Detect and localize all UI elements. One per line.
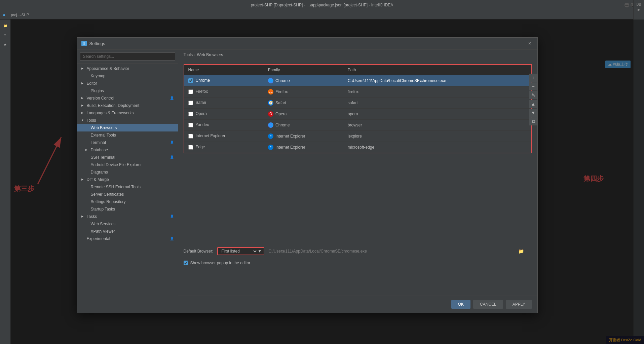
sidebar-item-keymap[interactable]: Keymap [77,72,178,80]
browser-checkbox[interactable] [188,78,193,83]
show-popup-label: Show browser popup in the editor [190,261,251,265]
sidebar-item-terminal[interactable]: Terminal👤 [77,139,178,146]
tree-arrow-icon: ▼ [81,119,85,122]
breadcrumb-root: Tools [184,52,193,57]
sidebar-item-remote-ssh-external-tools[interactable]: Remote SSH External Tools [77,183,178,191]
sidebar-item-diagrams[interactable]: Diagrams [77,168,178,176]
tree-item-label: Terminal [91,140,168,145]
remove-browser-button[interactable]: − [529,82,537,90]
sidebar-item-server-certificates[interactable]: Server Certificates [77,191,178,198]
tree-item-label: Version Control [87,96,168,101]
tree-arrow-icon: ▶ [81,97,85,100]
right-panel-icon-2[interactable]: ▶ [638,8,640,11]
table-row[interactable]: Internet ExplorereInternet Exploreriexpl… [184,130,532,142]
structure-icon[interactable]: ≡ [2,32,9,38]
tree-item-label: Keymap [91,74,174,78]
sidebar-item-languages-&-frameworks[interactable]: ▶Languages & Frameworks [77,109,178,117]
default-browser-label: Default Browser: [184,249,214,254]
dialog-body: ▶Appearance & BehaviorKeymap▶EditorPlugi… [77,50,537,313]
table-row[interactable]: Chrome🌐ChromeC:\Users\111\AppData\Local\… [184,75,532,86]
sidebar-item-experimental[interactable]: Experimental👤 [77,235,178,242]
browser-family-cell: OOpera [264,108,344,119]
sidebar-item-external-tools[interactable]: External Tools [77,131,178,139]
content-area: Name Family Path Chrome🌐ChromeC:\Users\1… [178,60,537,296]
project-icon[interactable]: 📁 [2,22,9,29]
edit-browser-button[interactable]: ✎ [529,91,537,99]
sidebar-item-editor[interactable]: ▶Editor [77,80,178,87]
tree-item-label: Diagrams [91,170,174,175]
browser-checkbox[interactable] [188,145,193,150]
browser-path-cell: safari [344,97,532,108]
chrome-icon: 🌐 [268,78,273,83]
show-popup-checkbox[interactable] [184,261,188,265]
sidebar-item-appearance-&-behavior[interactable]: ▶Appearance & Behavior [77,65,178,72]
dialog-footer: OK CANCEL APPLY [178,296,537,313]
browse-folder-button[interactable]: 📁 [518,249,524,254]
browser-family-cell: 🌐Chrome [264,75,344,86]
table-row[interactable]: Safari🧭Safarisafari [184,97,532,108]
tree-item-label: Server Certificates [91,192,174,197]
sidebar-item-startup-tasks[interactable]: Startup Tasks [77,205,178,213]
table-row[interactable]: Yandex🌐Chromebrowser [184,119,532,130]
table-actions: + − ✎ ▲ ▼ ⧉ [529,74,537,125]
browser-checkbox[interactable] [188,123,193,127]
tree-arrow-icon: ▶ [81,82,85,85]
tree-arrow-icon: ▶ [81,104,85,107]
sidebar-item-database[interactable]: ▶Database [77,146,178,154]
ok-button[interactable]: OK [451,300,470,309]
settings-search-input[interactable] [80,52,175,61]
table-row[interactable]: EdgeeInternet Explorermicrosoft-edge [184,142,532,153]
table-row[interactable]: OperaOOperaopera [184,108,532,119]
minimize-button[interactable]: ─ [624,3,629,7]
tree-item-label: Settings Repository [91,199,174,204]
browser-name-cell: Chrome [184,75,264,86]
browser-checkbox[interactable] [188,101,193,105]
col-path: Path [344,65,532,75]
dialog-close-button[interactable]: × [526,40,533,47]
sidebar-item-ssh-terminal[interactable]: SSH Terminal👤 [77,154,178,161]
tree-item-label: Remote SSH External Tools [91,185,174,189]
sidebar-item-diff-&-merge[interactable]: ▶Diff & Merge [77,176,178,183]
sidebar-item-tasks[interactable]: ▶Tasks👤 [77,213,178,220]
col-name: Name [184,65,264,75]
sidebar-item-android-device-file-explorer[interactable]: Android Device File Explorer [77,161,178,168]
sidebar-item-settings-repository[interactable]: Settings Repository [77,198,178,205]
move-down-button[interactable]: ▼ [529,109,537,117]
tree-item-icon-right: 👤 [170,141,174,144]
tree-arrow-icon: ▶ [81,67,85,70]
default-browser-select[interactable]: First listedChromeFirefoxSafari [220,249,258,254]
apply-button[interactable]: APPLY [506,300,532,309]
tree-item-label: Tasks [87,214,168,219]
move-up-button[interactable]: ▲ [529,100,537,108]
browser-table: Name Family Path Chrome🌐ChromeC:\Users\1… [184,64,532,153]
copy-button[interactable]: ⧉ [529,117,537,125]
right-panel-icon-1[interactable]: DB [637,3,641,6]
default-browser-select-wrapper: First listedChromeFirefoxSafari ▼ [217,247,264,255]
sidebar-item-build,-execution,-deployment[interactable]: ▶Build, Execution, Deployment [77,102,178,109]
browser-checkbox[interactable] [188,134,193,139]
opera-icon: O [268,111,273,117]
settings-icon: ⚙ [81,41,87,46]
tree-item-icon-right: 👤 [170,155,174,159]
favorites-icon[interactable]: ★ [2,41,9,48]
dialog-title: Settings [89,41,526,46]
sidebar-item-tools[interactable]: ▼Tools [77,117,178,124]
table-row[interactable]: Firefox🦊Firefoxfirefox [184,86,532,97]
add-browser-button[interactable]: + [529,74,537,82]
browser-path-cell: C:\Users\111\AppData\Local\ChromeSE\chro… [344,75,532,86]
sidebar-item-plugins[interactable]: Plugins [77,87,178,94]
sidebar-item-version-control[interactable]: ▶Version Control👤 [77,94,178,102]
ie-icon: e [268,133,273,139]
sidebar-item-web-services[interactable]: Web Services [77,220,178,228]
settings-tree: ▶Appearance & BehaviorKeymap▶EditorPlugi… [77,64,178,313]
browser-checkbox[interactable] [188,89,193,94]
tree-item-label: Diff & Merge [87,177,174,182]
browser-checkbox[interactable] [188,112,193,116]
chrome-icon: 🌐 [268,122,273,128]
sidebar-item-xpath-viewer[interactable]: XPath Viewer [77,228,178,235]
default-browser-section: Default Browser: First listedChromeFiref… [184,247,524,255]
browser-path-cell: opera [344,108,532,119]
sidebar-item-web-browsers[interactable]: Web Browsers [77,124,178,131]
cancel-button[interactable]: CANCEL [473,300,503,309]
browser-family-cell: 🌐Chrome [264,119,344,130]
